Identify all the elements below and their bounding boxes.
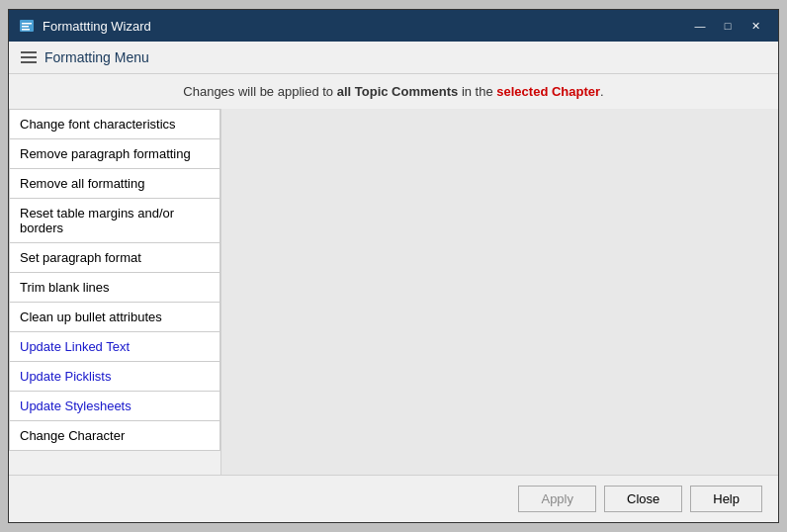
close-button[interactable]: ✕ xyxy=(743,16,768,36)
notice-prefix: Changes will be applied to xyxy=(183,84,336,99)
hamburger-line-1 xyxy=(21,51,37,53)
menu-item-change-character[interactable]: Change Character xyxy=(9,420,220,451)
menu-item-update-picklists[interactable]: Update Picklists xyxy=(9,361,220,391)
minimize-button[interactable]: — xyxy=(687,16,713,36)
main-window: Formattting Wizard — □ ✕ Formatting Menu… xyxy=(8,9,779,523)
toolbar-title: Formatting Menu xyxy=(44,49,149,65)
menu-item-remove-paragraph[interactable]: Remove paragraph formatting xyxy=(9,138,220,168)
menu-item-update-linked[interactable]: Update Linked Text xyxy=(9,331,220,361)
content-area: Change font characteristicsRemove paragr… xyxy=(9,109,778,475)
menu-item-set-paragraph[interactable]: Set paragraph format xyxy=(9,242,220,272)
notice-suffix: . xyxy=(600,84,604,99)
menu-item-remove-all[interactable]: Remove all formatting xyxy=(9,168,220,198)
menu-icon[interactable] xyxy=(21,51,37,63)
svg-rect-3 xyxy=(22,29,30,31)
help-button[interactable]: Help xyxy=(690,486,762,512)
title-bar: Formattting Wizard — □ ✕ xyxy=(9,10,778,42)
notice-highlight: selected Chapter xyxy=(496,84,600,99)
menu-item-cleanup-bullet[interactable]: Clean up bullet attributes xyxy=(9,302,220,331)
title-controls: — □ ✕ xyxy=(687,16,768,36)
left-panel: Change font characteristicsRemove paragr… xyxy=(9,109,221,475)
notice-middle: in the xyxy=(458,84,496,99)
svg-rect-1 xyxy=(22,23,32,25)
svg-rect-2 xyxy=(22,26,29,28)
window-title: Formattting Wizard xyxy=(43,19,151,34)
menu-item-change-font[interactable]: Change font characteristics xyxy=(9,109,220,138)
wizard-icon xyxy=(19,18,35,34)
hamburger-line-2 xyxy=(21,56,37,58)
notice-bar: Changes will be applied to all Topic Com… xyxy=(9,74,778,109)
right-panel xyxy=(221,109,778,475)
close-button-footer[interactable]: Close xyxy=(604,486,682,512)
apply-button[interactable]: Apply xyxy=(518,486,596,512)
maximize-button[interactable]: □ xyxy=(715,16,741,36)
title-bar-left: Formattting Wizard xyxy=(19,18,151,34)
menu-item-reset-table[interactable]: Reset table margins and/or borders xyxy=(9,198,220,242)
hamburger-line-3 xyxy=(21,61,37,63)
menu-item-trim-blank[interactable]: Trim blank lines xyxy=(9,272,220,302)
notice-bold: all Topic Comments xyxy=(337,84,459,99)
menu-item-update-stylesheets[interactable]: Update Stylesheets xyxy=(9,391,220,420)
footer: Apply Close Help xyxy=(9,475,778,522)
toolbar: Formatting Menu xyxy=(9,42,778,74)
